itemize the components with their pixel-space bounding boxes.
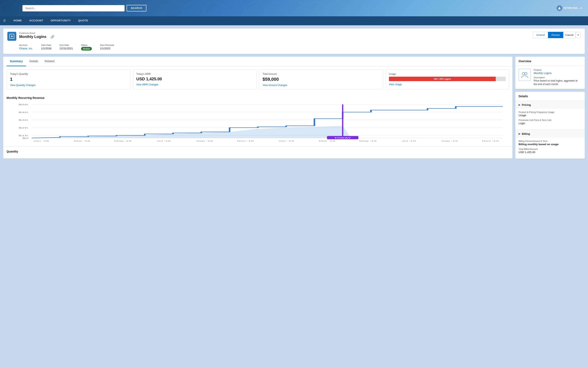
main-columns: Summary Details Related Today's Quantity… xyxy=(3,57,585,161)
usage-bar-fill: 183 / 200 Logins xyxy=(389,77,496,81)
quantity-label: Today's Quantity xyxy=(10,73,127,75)
asset-title-group: Customer Asset Monthly Logins 🔗 Account … xyxy=(19,32,114,50)
end-date-value: 12/31/2021 xyxy=(60,47,73,50)
asset-type-label: Customer Asset xyxy=(19,32,114,34)
svg-text:Jan '19: Jan '19 xyxy=(278,140,294,142)
nav-item-quote[interactable]: QUOTE xyxy=(75,16,92,25)
next-renewal-label: Next Renewal xyxy=(100,44,114,46)
renew-button[interactable]: Renew xyxy=(548,32,563,38)
view-mrr-changes-link[interactable]: View MRR Changes xyxy=(136,83,158,86)
asset-meta-row: Account Ohana, Inc. Start Date 1/1/2018 … xyxy=(19,42,114,50)
billing-period-value: Billing monthly based on usage xyxy=(519,143,581,146)
view-quantity-changes-link[interactable]: View Quantity Changes xyxy=(10,84,35,87)
chart-title: Monthly Recurring Revenue xyxy=(7,96,509,100)
overview-content: Product Monthly Logins Description Price… xyxy=(515,66,585,89)
svg-text:$0: $0 xyxy=(22,137,29,139)
svg-text:TODAY: TODAY xyxy=(334,137,351,139)
tab-details[interactable]: Details xyxy=(26,57,42,66)
overview-details: Product Monthly Logins Description Price… xyxy=(534,69,581,86)
search-input-wrap xyxy=(22,5,125,11)
svg-text:Jul '18: Jul '18 xyxy=(156,140,171,142)
chart-container: $5K $4K $3K $2K $1K $0 xyxy=(7,102,509,143)
dropdown-button[interactable]: ▾ xyxy=(576,32,581,38)
product-label: Product xyxy=(534,69,581,71)
col-sidebar: Overview Product Monthly Logins xyxy=(515,57,585,161)
pricing-freq-row: Product & Pricing Frequency Usage Usage xyxy=(519,111,581,117)
nav-item-home[interactable]: HOME xyxy=(10,16,26,25)
hero-section: SEARCH PETER PAR... ▾ xyxy=(0,0,588,16)
svg-text:$3K: $3K xyxy=(18,119,29,121)
pricing-freq-label: Product & Pricing Frequency Usage xyxy=(519,111,581,113)
pricing-header-label: Pricing xyxy=(522,103,531,106)
pricebook-row: Pricebook Unit Price & Term Unit Login xyxy=(519,119,581,125)
tab-nav: Summary Details Related xyxy=(3,57,512,66)
details-header: Details xyxy=(515,92,585,101)
usage-bar: 183 / 200 Logins xyxy=(389,77,506,81)
svg-text:$1K: $1K xyxy=(18,134,29,137)
org-icon[interactable]: 🔗 xyxy=(51,35,54,39)
avatar xyxy=(557,5,562,11)
pricing-accordion-header[interactable]: ▶ Pricing xyxy=(515,101,585,109)
svg-text:Nov '19: Nov '19 xyxy=(482,140,499,142)
metrics-row: Today's Quantity 1 View Quantity Changes… xyxy=(3,66,512,93)
search-bar-container: SEARCH PETER PAR... ▾ xyxy=(0,5,588,11)
total-label: Total Amount xyxy=(263,73,380,75)
user-area: PETER PAR... ▾ xyxy=(557,5,582,11)
tab-related[interactable]: Related xyxy=(42,57,58,66)
billing-period-row: Billing Period Amount & Term Billing mon… xyxy=(519,140,581,146)
svg-text:$2K: $2K xyxy=(18,127,29,129)
svg-text:Mar '19: Mar '19 xyxy=(319,140,335,142)
cancel-button[interactable]: Cancel xyxy=(563,32,576,38)
product-link[interactable]: Monthly Logins xyxy=(534,72,581,75)
nav-bar: ⠿ HOME ACCOUNT OPPORTUNITY QUOTE xyxy=(0,16,588,25)
asset-name: Monthly Logins xyxy=(19,35,46,39)
start-date-label: Start Date xyxy=(41,44,52,46)
billing-total-label: Total Billed Amount xyxy=(519,148,581,150)
meta-start-date: Start Date 1/1/2018 xyxy=(41,44,52,50)
billing-total-value: USD 1,425.00 xyxy=(519,151,581,154)
svg-text:$5K: $5K xyxy=(18,104,29,106)
status-label: Status xyxy=(81,44,92,46)
billing-period-label: Billing Period Amount & Term xyxy=(519,140,581,142)
product-icon-box xyxy=(519,69,531,81)
svg-point-32 xyxy=(522,72,525,75)
asset-left: Customer Asset Monthly Logins 🔗 Account … xyxy=(7,32,114,50)
svg-text:May '18: May '18 xyxy=(114,140,131,142)
account-label: Account xyxy=(19,44,33,46)
pricing-accordion-body: Product & Pricing Frequency Usage Usage … xyxy=(515,109,585,130)
view-amount-changes-link[interactable]: View Amount Changes xyxy=(263,84,287,87)
overview-header: Overview xyxy=(515,57,585,66)
search-button[interactable]: SEARCH xyxy=(127,5,146,11)
billing-accordion-body: Billing Period Amount & Term Billing mon… xyxy=(515,138,585,159)
billing-total-row: Total Billed Amount USD 1,425.00 xyxy=(519,148,581,154)
start-date-value: 1/1/2018 xyxy=(41,47,52,50)
usage-bar-wrap: 183 / 200 Logins xyxy=(389,77,506,81)
end-date-label: End Date xyxy=(60,44,73,46)
search-input[interactable] xyxy=(22,5,125,11)
account-link[interactable]: Ohana, Inc. xyxy=(19,47,33,50)
tab-summary[interactable]: Summary xyxy=(7,57,26,66)
next-renewal-value: 1/1/2022 xyxy=(100,47,114,50)
meta-status: Status Active xyxy=(81,44,92,50)
billing-chevron-icon: ▶ xyxy=(519,133,520,135)
description-label: Description xyxy=(534,76,581,79)
col-main: Summary Details Related Today's Quantity… xyxy=(3,57,512,161)
nav-item-opportunity[interactable]: OPPORTUNITY xyxy=(47,16,75,25)
pricebook-label: Pricebook Unit Price & Term Unit xyxy=(519,119,581,121)
svg-text:Jul '19: Jul '19 xyxy=(401,140,416,142)
pricing-chevron-icon: ▶ xyxy=(519,104,520,106)
metric-mrr: Today's MRR USD 1,425.00 View MRR Change… xyxy=(133,69,257,90)
usage-label: Usage xyxy=(389,73,506,75)
svg-text:Nov '18: Nov '18 xyxy=(237,140,254,142)
grid-icon[interactable]: ⠿ xyxy=(3,19,6,23)
svg-text:Jan '18: Jan '18 xyxy=(33,140,49,142)
details-card: Details ▶ Pricing Product & Pricing Freq… xyxy=(515,92,585,159)
meta-next-renewal: Next Renewal 1/1/2022 xyxy=(100,44,114,50)
description-text: Price based on total logins, aggreated a… xyxy=(534,79,581,86)
nav-item-account[interactable]: ACCOUNT xyxy=(26,16,47,25)
billing-accordion-header[interactable]: ▶ Billing xyxy=(515,130,585,138)
amend-button[interactable]: Amend xyxy=(533,32,548,38)
billing-header-label: Billing xyxy=(522,132,530,135)
asset-header-card: Customer Asset Monthly Logins 🔗 Account … xyxy=(3,29,585,54)
view-usage-link[interactable]: View Usage xyxy=(389,83,402,86)
